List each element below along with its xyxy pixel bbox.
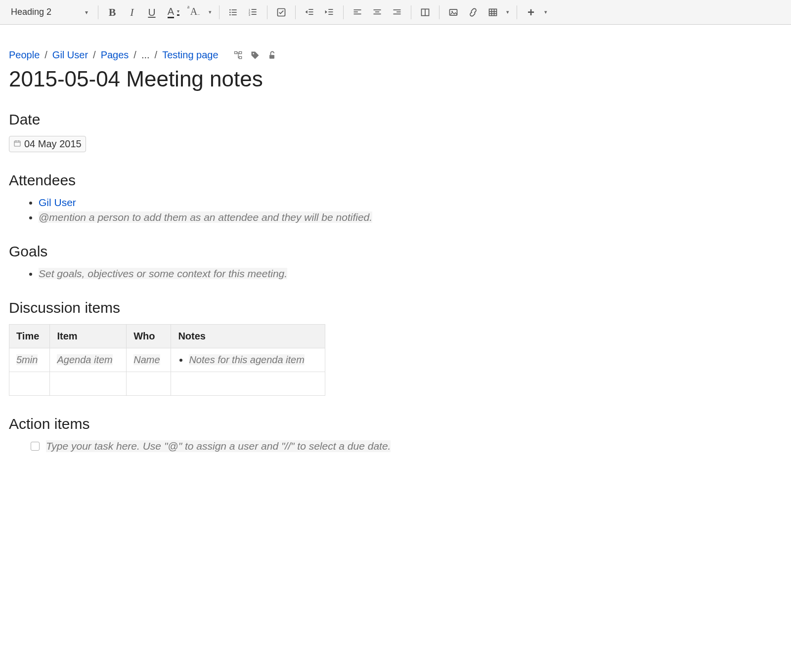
breadcrumb: People / Gil User / Pages / ... / Testin… [9,49,584,61]
svg-rect-7 [252,9,257,10]
insert-image-button[interactable] [443,3,463,21]
svg-rect-42 [14,141,20,146]
placeholder-text: Name [133,354,160,365]
cell-who[interactable]: Name [127,348,171,372]
task-list[interactable]: Type your task here. Use "@" to assign a… [9,440,584,452]
breadcrumb-link-user[interactable]: Gil User [52,49,88,61]
task-item[interactable]: Type your task here. Use "@" to assign a… [29,440,584,452]
labels-icon[interactable] [250,50,260,60]
section-heading-goals[interactable]: Goals [9,243,584,260]
clear-formatting-button[interactable]: aA⁻ [185,3,205,21]
toolbar-separator [219,5,220,19]
svg-rect-27 [394,13,401,14]
task-list-button[interactable] [271,3,291,21]
svg-rect-15 [308,14,313,15]
svg-point-4 [229,14,231,15]
paragraph-style-dropdown[interactable]: Heading 2 ▾ [5,3,94,21]
col-notes[interactable]: Notes [171,325,325,348]
toolbar-separator [517,5,517,19]
cell-notes[interactable]: Notes for this agenda item [171,348,325,372]
paragraph-style-label: Heading 2 [11,7,51,17]
italic-button[interactable]: I [122,3,142,21]
toolbar-separator [439,5,439,19]
date-lozenge[interactable]: 04 May 2015 [9,136,86,152]
page-layout-button[interactable] [415,3,435,21]
align-right-button[interactable] [387,3,407,21]
task-checkbox[interactable] [31,442,40,451]
outdent-button[interactable] [300,3,319,21]
table-dropdown[interactable]: ▾ [503,3,513,21]
breadcrumb-link-pages[interactable]: Pages [101,49,129,61]
col-time[interactable]: Time [9,325,50,348]
svg-rect-1 [232,9,237,10]
list-item[interactable]: Set goals, objectives or some context fo… [39,268,584,280]
bullet-list-button[interactable] [223,3,243,21]
breadcrumb-separator: / [93,49,96,61]
breadcrumb-ellipsis[interactable]: ... [141,49,150,61]
discussion-table[interactable]: Time Item Who Notes 5min Agenda item Nam… [9,324,325,396]
align-center-button[interactable] [367,3,387,21]
col-who[interactable]: Who [127,325,171,348]
svg-rect-9 [252,11,257,12]
more-formatting-dropdown[interactable]: ▾ [205,3,215,21]
placeholder-text: 5min [16,354,38,365]
svg-rect-25 [394,9,401,10]
section-heading-date[interactable]: Date [9,111,584,128]
caret-down-icon: ▾ [85,9,88,16]
cell-who[interactable] [127,372,171,396]
insert-more-dropdown[interactable]: ▾ [541,3,551,21]
date-value: 04 May 2015 [24,138,82,150]
page-tree-icon[interactable] [233,50,243,60]
section-heading-discussion[interactable]: Discussion items [9,299,584,316]
svg-rect-41 [269,55,274,59]
svg-point-0 [229,9,231,10]
table-row[interactable] [9,372,325,396]
svg-rect-17 [328,11,333,12]
table-row[interactable]: 5min Agenda item Name Notes for this age… [9,348,325,372]
editor-toolbar: Heading 2 ▾ B I U A▾ aA⁻ ▾ 123 [0,0,791,25]
svg-point-40 [253,53,254,54]
placeholder-text: Notes for this agenda item [189,354,304,365]
svg-rect-24 [374,13,381,14]
placeholder-text: @mention a person to add them as an atte… [39,211,372,223]
section-heading-attendees[interactable]: Attendees [9,172,584,189]
svg-rect-19 [354,9,361,10]
col-item[interactable]: Item [50,325,127,348]
placeholder-text: Agenda item [57,354,112,365]
insert-more-button[interactable]: + [521,3,541,21]
breadcrumb-separator: / [133,49,136,61]
restrictions-unlocked-icon[interactable] [267,50,277,60]
align-left-button[interactable] [348,3,367,21]
svg-rect-39 [239,56,241,58]
cell-item[interactable] [50,372,127,396]
list-item[interactable]: @mention a person to add them as an atte… [39,211,584,223]
page-title[interactable]: 2015-05-04 Meeting notes [9,67,584,91]
user-mention[interactable]: Gil User [39,197,76,208]
indent-button[interactable] [319,3,339,21]
toolbar-separator [295,5,296,19]
placeholder-text: Type your task here. Use "@" to assign a… [46,440,391,452]
bold-button[interactable]: B [102,3,122,21]
numbered-list-button[interactable]: 123 [243,3,263,21]
svg-rect-23 [375,11,379,12]
svg-rect-32 [489,9,497,15]
goals-list[interactable]: Set goals, objectives or some context fo… [9,268,584,280]
breadcrumb-link-people[interactable]: People [9,49,40,61]
attendees-list[interactable]: Gil User @mention a person to add them a… [9,197,584,223]
underline-button[interactable]: U [142,3,162,21]
insert-table-button[interactable] [483,3,503,21]
breadcrumb-separator: / [44,49,47,61]
cell-time[interactable] [9,372,50,396]
list-item[interactable]: Gil User [39,197,584,209]
insert-link-button[interactable] [463,3,483,21]
section-heading-action[interactable]: Action items [9,416,584,432]
text-color-button[interactable]: A▾ [162,3,185,21]
cell-time[interactable]: 5min [9,348,50,372]
svg-rect-5 [232,14,237,15]
cell-item[interactable]: Agenda item [50,348,127,372]
breadcrumb-link-parent[interactable]: Testing page [162,49,218,61]
cell-notes[interactable] [171,372,325,396]
calendar-icon [13,138,21,150]
svg-text:3: 3 [249,13,250,16]
page-content: People / Gil User / Pages / ... / Testin… [0,25,593,471]
